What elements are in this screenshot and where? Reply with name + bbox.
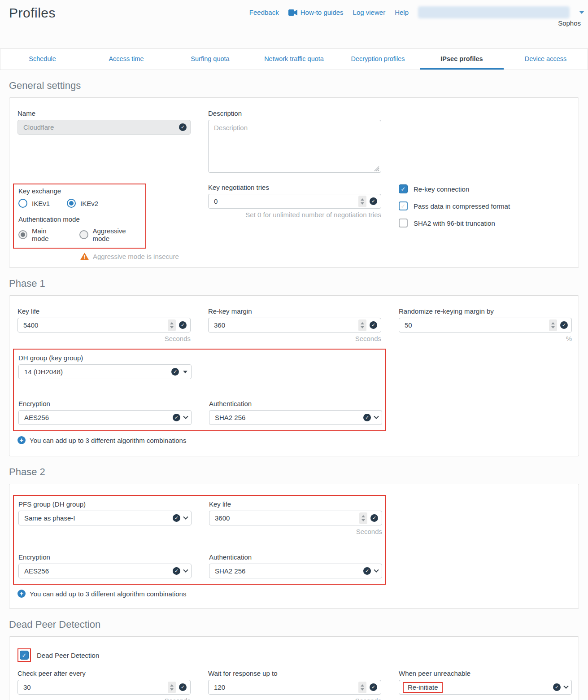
dpd-heading: Dead Peer Detection <box>9 619 588 630</box>
tab-ipsec-profiles[interactable]: IPsec profiles <box>420 49 504 70</box>
check-peer-unit: Seconds <box>17 697 191 700</box>
check-peer-input[interactable] <box>18 683 168 691</box>
check-peer-field-wrap: ✓ <box>17 680 191 695</box>
p1-authentication-value: SHA2 256 <box>209 414 363 421</box>
number-spinner[interactable] <box>358 319 366 331</box>
top-header: Profiles Feedback How-to guides Log view… <box>0 0 588 48</box>
peer-unreachable-select[interactable]: Re-initiate ✓ <box>399 680 572 695</box>
phase1-heading: Phase 1 <box>9 278 588 289</box>
p1-authentication-label: Authentication <box>209 400 382 407</box>
chevron-down-icon[interactable] <box>579 11 584 14</box>
p2-combinations-note: You can add up to 3 different algorithm … <box>30 590 186 598</box>
p2-pfs-group-select[interactable]: Same as phase-I ✓ <box>18 511 192 525</box>
tab-label: Decryption profiles <box>351 55 405 62</box>
sha2-truncation-checkbox[interactable]: ✓ <box>399 219 408 228</box>
authentication-mode-label: Authentication mode <box>18 215 141 223</box>
wait-response-label: Wait for response up to <box>208 669 381 677</box>
dpd-toggle-label: Dead Peer Detection <box>37 652 99 659</box>
number-spinner[interactable] <box>358 196 366 207</box>
wait-response-input[interactable] <box>209 683 358 691</box>
dpd-checkbox-highlight-box: ✓ <box>17 648 31 662</box>
help-link[interactable]: Help <box>395 9 409 16</box>
tab-schedule[interactable]: Schedule <box>0 49 84 70</box>
name-label: Name <box>17 109 191 117</box>
dpd-card: ✓ Dead Peer Detection Check peer after e… <box>9 636 579 700</box>
p1-rekey-margin-field-wrap: ✓ <box>208 318 381 332</box>
p1-authentication-select[interactable]: SHA2 256 ✓ <box>209 410 382 425</box>
valid-check-icon: ✓ <box>370 321 377 329</box>
chevron-down-icon <box>183 514 188 519</box>
p2-key-life-input[interactable] <box>209 514 359 522</box>
general-settings-heading: General settings <box>9 80 588 92</box>
aggressive-mode-label: Aggressive mode <box>93 227 141 242</box>
valid-check-icon: ✓ <box>370 683 377 691</box>
log-viewer-link[interactable]: Log viewer <box>353 9 386 16</box>
compressed-format-checkbox[interactable]: ✓ <box>399 201 408 210</box>
tab-decryption-profiles[interactable]: Decryption profiles <box>336 49 420 70</box>
add-combination-icon[interactable]: + <box>17 590 26 598</box>
device-name-redacted[interactable] <box>418 6 570 18</box>
p1-key-life-unit: Seconds <box>17 335 191 342</box>
chevron-down-icon <box>374 414 379 419</box>
tab-device-access[interactable]: Device access <box>504 49 588 70</box>
p2-encryption-select[interactable]: AES256 ✓ <box>18 564 192 578</box>
name-input[interactable] <box>18 123 179 131</box>
description-textarea[interactable] <box>208 120 381 173</box>
warning-triangle-icon <box>80 253 89 260</box>
feedback-link[interactable]: Feedback <box>249 9 279 16</box>
p2-key-life-label: Key life <box>209 500 382 508</box>
p1-rekey-margin-input[interactable] <box>209 321 358 329</box>
p1-dh-group-value: 14 (DH2048) <box>19 368 171 376</box>
valid-check-icon: ✓ <box>173 567 180 575</box>
ikev1-radio[interactable] <box>18 199 27 208</box>
valid-check-icon: ✓ <box>179 123 187 131</box>
phase2-card: PFS group (DH group) Same as phase-I ✓ K… <box>9 484 579 609</box>
number-spinner[interactable] <box>359 512 367 524</box>
p1-key-life-label: Key life <box>17 307 191 315</box>
aggressive-warning-text: Aggressive mode is insecure <box>93 253 179 260</box>
main-mode-radio[interactable] <box>18 230 27 239</box>
chevron-down-icon <box>563 683 568 688</box>
p1-randomize-label: Randomize re-keying margin by <box>399 307 572 315</box>
howto-guides-link[interactable]: How-to guides <box>301 9 344 16</box>
tab-surfing-quota[interactable]: Surfing quota <box>168 49 252 70</box>
add-combination-icon[interactable]: + <box>17 436 26 444</box>
dpd-checkbox[interactable]: ✓ <box>20 651 29 660</box>
key-exchange-label: Key exchange <box>18 187 141 195</box>
p2-authentication-select[interactable]: SHA2 256 ✓ <box>209 564 382 578</box>
p2-algorithms-highlight-box: PFS group (DH group) Same as phase-I ✓ K… <box>13 495 386 585</box>
number-spinner[interactable] <box>549 319 557 331</box>
number-spinner[interactable] <box>168 319 176 331</box>
key-negotiation-input[interactable] <box>209 197 358 205</box>
tab-label: IPsec profiles <box>440 55 483 62</box>
number-spinner[interactable] <box>358 682 366 693</box>
valid-check-icon: ✓ <box>179 321 187 329</box>
description-label: Description <box>208 109 381 117</box>
tab-label: Schedule <box>29 55 56 62</box>
rekey-connection-checkbox[interactable]: ✓ <box>399 184 408 193</box>
tab-network-traffic-quota[interactable]: Network traffic quota <box>252 49 336 70</box>
tab-access-time[interactable]: Access time <box>84 49 168 70</box>
phase1-card: Key life ✓ Seconds Re-key margin ✓ Secon… <box>9 295 579 456</box>
p2-pfs-group-label: PFS group (DH group) <box>18 500 192 508</box>
tab-label: Access time <box>109 55 144 62</box>
p2-pfs-group-value: Same as phase-I <box>19 514 173 522</box>
p1-encryption-value: AES256 <box>19 414 173 421</box>
p1-encryption-select[interactable]: AES256 ✓ <box>18 410 192 425</box>
phase2-heading: Phase 2 <box>9 466 588 478</box>
p1-combinations-note: You can add up to 3 different algorithm … <box>30 437 186 444</box>
valid-check-icon: ✓ <box>363 414 371 421</box>
ikev2-label: IKEv2 <box>80 200 98 207</box>
valid-check-icon: ✓ <box>363 567 371 575</box>
rekey-connection-label: Re-key connection <box>414 185 469 193</box>
chevron-down-icon <box>183 414 188 419</box>
aggressive-mode-radio[interactable] <box>79 230 88 239</box>
p1-key-life-input[interactable] <box>18 321 168 329</box>
p1-randomize-input[interactable] <box>399 321 549 329</box>
p1-dh-group-select[interactable]: 14 (DH2048) ✓ <box>18 364 192 379</box>
tab-label: Surfing quota <box>191 55 229 62</box>
p1-randomize-field-wrap: ✓ <box>399 318 572 332</box>
wait-response-unit: Seconds <box>208 697 381 700</box>
number-spinner[interactable] <box>168 682 176 693</box>
ikev2-radio[interactable] <box>67 199 76 208</box>
